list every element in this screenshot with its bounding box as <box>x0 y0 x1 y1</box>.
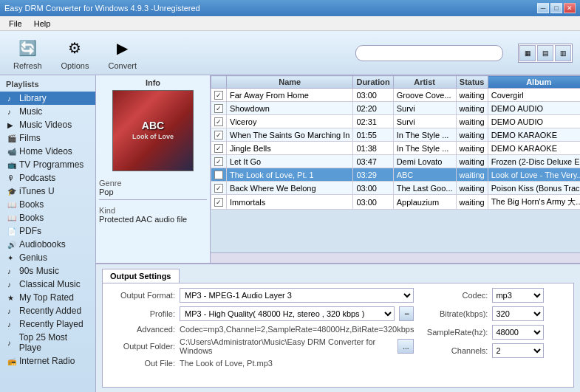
menu-help[interactable]: Help <box>28 18 57 30</box>
sidebar-item-music[interactable]: ♪Music <box>0 105 95 118</box>
sidebar-icon: 📖 <box>7 214 16 222</box>
row-artist: Survi <box>393 102 456 115</box>
row-duration: 03:47 <box>353 155 393 168</box>
sidebar-item-recently-played[interactable]: ♪Recently Played <box>0 317 95 331</box>
row-checkbox-cell[interactable] <box>211 128 227 142</box>
bitrate-select[interactable]: 320 <box>492 306 544 321</box>
browse-button[interactable]: ... <box>398 339 414 354</box>
convert-label: Convert <box>108 61 137 70</box>
row-checkbox[interactable] <box>214 104 223 113</box>
sidebar-item-top-25-most-playe[interactable]: ♪Top 25 Most Playe <box>0 331 95 354</box>
convert-button[interactable]: ▶ Convert <box>102 33 143 73</box>
menu-bar: File Help <box>0 16 580 31</box>
row-duration: 02:31 <box>353 115 393 128</box>
table-container[interactable]: NameDurationArtistStatusAlbum Far Away F… <box>211 75 580 252</box>
minimize-button[interactable]: ─ <box>537 3 549 13</box>
sidebar-item-home-videos[interactable]: 📹Home Videos <box>0 145 95 158</box>
row-checkbox-cell[interactable] <box>211 195 227 210</box>
sidebar-item-label: 90s Music <box>19 266 59 276</box>
sidebar-item-library[interactable]: ♪Library <box>0 92 95 105</box>
row-checkbox-cell[interactable] <box>211 102 227 115</box>
row-checkbox-cell[interactable] <box>211 168 227 182</box>
row-album: DEMO AUDIO <box>488 115 580 128</box>
table-row[interactable]: When The Saints Go Marching In01:55In Th… <box>211 128 581 142</box>
table-row[interactable]: Let It Go03:47Demi LovatowaitingFrozen (… <box>211 155 581 168</box>
row-checkbox[interactable] <box>214 184 223 193</box>
row-name: Let It Go <box>227 155 353 168</box>
col-header-Artist[interactable]: Artist <box>393 76 456 89</box>
row-status: waiting <box>456 182 488 195</box>
sidebar-item-my-top-rated[interactable]: ★My Top Rated <box>0 291 95 304</box>
maximize-button[interactable]: □ <box>550 3 562 13</box>
sidebar-item-music-videos[interactable]: ▶Music Videos <box>0 118 95 131</box>
table-row[interactable]: Showdown02:20SurviwaitingDEMO AUDIO <box>211 102 581 115</box>
row-name: Viceroy <box>227 115 353 128</box>
row-checkbox-cell[interactable] <box>211 142 227 155</box>
row-status: waiting <box>456 102 488 115</box>
menu-file[interactable]: File <box>3 18 28 30</box>
convert-icon: ▶ <box>111 36 134 60</box>
info-panel: Info ABC Look of Love Genre Pop Kind Pro… <box>96 75 211 263</box>
table-row[interactable]: Viceroy02:31SurviwaitingDEMO AUDIO <box>211 115 581 128</box>
view-btn-3[interactable]: ▥ <box>555 45 571 61</box>
options-button[interactable]: ⚙ Options <box>55 33 95 73</box>
channels-select[interactable]: 2 <box>492 343 544 358</box>
col-header-Duration[interactable]: Duration <box>353 76 393 89</box>
sidebar-item-90s-music[interactable]: ♪90s Music <box>0 264 95 278</box>
row-album: Look of Love - The Very... <box>488 168 580 182</box>
row-album: DEMO KARAOKE <box>488 142 580 155</box>
sidebar-item-label: Top 25 Most Playe <box>19 332 91 353</box>
row-checkbox[interactable] <box>214 157 223 166</box>
search-input[interactable] <box>355 45 503 61</box>
codec-select[interactable]: mp3 <box>492 288 544 303</box>
col-header-Name[interactable]: Name <box>227 76 353 89</box>
sidebar-item-genius[interactable]: ✦Genius <box>0 251 95 264</box>
row-status: waiting <box>456 128 488 142</box>
folder-label: Output Folder: <box>109 342 175 351</box>
row-checkbox[interactable] <box>214 171 223 179</box>
table-row[interactable]: Far Away From Home03:00Groove Cove...wai… <box>211 89 581 102</box>
col-header-check[interactable] <box>211 76 227 89</box>
sidebar-item-itunes-u[interactable]: 🎓iTunes U <box>0 185 95 198</box>
view-btn-1[interactable]: ▦ <box>519 45 536 61</box>
row-checkbox[interactable] <box>214 198 223 207</box>
row-checkbox-cell[interactable] <box>211 155 227 168</box>
row-checkbox[interactable] <box>214 117 223 126</box>
table-row[interactable]: The Look of Love, Pt. 103:29ABCwaitingLo… <box>211 168 581 182</box>
sidebar-item-classical-music[interactable]: ♪Classical Music <box>0 278 95 291</box>
table-row[interactable]: Immortals03:00ApplauziumwaitingThe Big H… <box>211 195 581 210</box>
sidebar-item-podcasts[interactable]: 🎙Podcasts <box>0 171 95 185</box>
row-checkbox[interactable] <box>214 91 223 100</box>
col-header-Album[interactable]: Album <box>488 76 580 89</box>
sidebar-item-books[interactable]: 📖Books <box>0 198 95 211</box>
row-checkbox[interactable] <box>214 144 223 153</box>
refresh-button[interactable]: 🔄 Refresh <box>7 33 48 73</box>
row-checkbox-cell[interactable] <box>211 182 227 195</box>
format-select[interactable]: MP3 - MPEG-1 Audio Layer 3 <box>180 288 414 303</box>
album-art: ABC Look of Love <box>112 90 194 171</box>
table-row[interactable]: Back Where We Belong03:00The Last Goo...… <box>211 182 581 195</box>
view-btn-2[interactable]: ▤ <box>537 45 553 61</box>
settings-tab[interactable]: Output Settings <box>102 269 180 283</box>
profile-select[interactable]: MP3 - High Quality( 48000 Hz, stereo , 3… <box>180 306 395 321</box>
sidebar-item-tv-programmes[interactable]: 📺TV Programmes <box>0 158 95 171</box>
sidebar-item-recently-added[interactable]: ♪Recently Added <box>0 304 95 317</box>
sidebar-item-audiobooks[interactable]: 🔊Audiobooks <box>0 238 95 251</box>
sidebar-item-label: Library <box>19 93 47 103</box>
row-checkbox-cell[interactable] <box>211 89 227 102</box>
row-checkbox-cell[interactable] <box>211 115 227 128</box>
close-button[interactable]: ✕ <box>564 3 576 13</box>
profile-minus-button[interactable]: − <box>399 306 414 321</box>
sidebar-item-label: Music Videos <box>19 120 72 130</box>
table-row[interactable]: Jingle Bells01:38In The Style ...waiting… <box>211 142 581 155</box>
sidebar-item-pdfs[interactable]: 📄PDFs <box>0 224 95 238</box>
advanced-row: Advanced: Codec=mp3,Channel=2,SampleRate… <box>109 325 414 334</box>
horizontal-scrollbar[interactable] <box>211 252 580 263</box>
sidebar-item-films[interactable]: 🎬Films <box>0 131 95 145</box>
row-checkbox[interactable] <box>214 131 223 140</box>
samplerate-select[interactable]: 48000 <box>492 325 544 340</box>
col-header-Status[interactable]: Status <box>456 76 488 89</box>
sidebar-item-label: Recently Played <box>19 319 83 329</box>
sidebar-item-internet-radio[interactable]: 📻Internet Radio <box>0 354 95 368</box>
sidebar-item-books[interactable]: 📖Books <box>0 211 95 224</box>
